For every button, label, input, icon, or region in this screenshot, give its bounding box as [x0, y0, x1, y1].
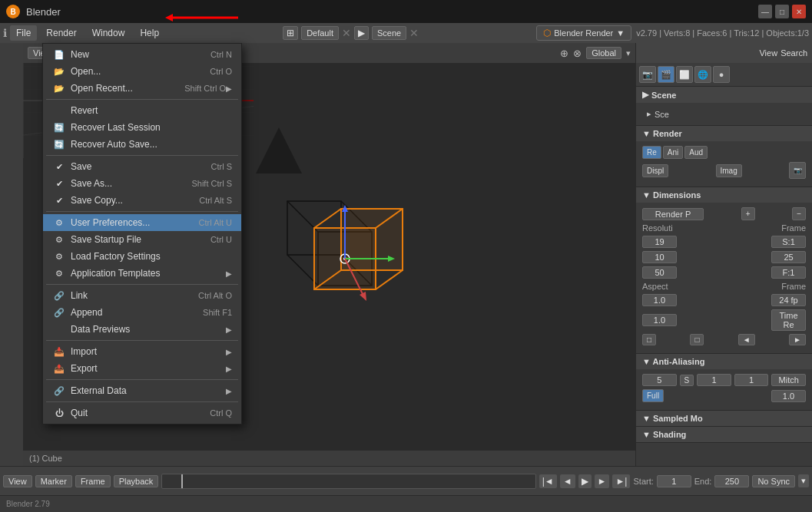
- scene-icon[interactable]: ▶: [354, 26, 369, 40]
- menu-item-new[interactable]: 📄 New Ctrl N: [43, 46, 241, 63]
- go-end-btn[interactable]: ►|: [612, 474, 630, 488]
- sampled-header[interactable]: ▼ Sampled Mo: [636, 411, 812, 426]
- resolution-row-3: 50 F:1: [642, 266, 806, 279]
- info-icon[interactable]: ℹ: [3, 27, 7, 39]
- aa-val-5[interactable]: 5: [642, 374, 677, 386]
- menu-item-open-recent[interactable]: 📂 Open Recent... Shift Ctrl O ▶: [43, 80, 241, 97]
- sync-right-btn[interactable]: ►: [789, 334, 806, 345]
- scene-section-header[interactable]: ▶ Scene: [636, 87, 812, 103]
- render-ani-btn[interactable]: Ani: [663, 146, 683, 159]
- viewport-icon-3[interactable]: ▾: [626, 48, 631, 58]
- time-re-field[interactable]: Time Re: [771, 309, 806, 331]
- close-button[interactable]: ✕: [792, 5, 806, 18]
- view-label[interactable]: View: [759, 48, 777, 58]
- timeline-scrubber[interactable]: [161, 474, 535, 489]
- timeline-playback-btn[interactable]: Playback: [114, 475, 159, 487]
- frame-step-field[interactable]: F:1: [771, 266, 806, 279]
- menu-item-export[interactable]: 📤 Export ▶: [43, 360, 241, 377]
- global-select[interactable]: Global: [586, 47, 621, 59]
- menu-item-append[interactable]: 🔗 Append Shift F1: [43, 304, 241, 321]
- window-menu-button[interactable]: Window: [86, 25, 131, 41]
- sync-dropdown-icon[interactable]: ▾: [798, 474, 809, 487]
- display-btn[interactable]: Displ: [642, 164, 668, 177]
- res-x-field[interactable]: 19: [642, 236, 677, 248]
- viewport-icon-2[interactable]: ⊗: [573, 48, 582, 59]
- menu-item-link[interactable]: 🔗 Link Ctrl Alt O: [43, 287, 241, 304]
- render-preset-field[interactable]: Render P: [642, 208, 704, 220]
- aspect-y-field[interactable]: 1.0: [642, 314, 677, 326]
- render-engine-select[interactable]: ⬡ Blender Render ▼: [536, 25, 631, 41]
- world-icon-btn[interactable]: 🌐: [694, 66, 711, 83]
- menu-item-load-factory[interactable]: ⚙ Load Factory Settings: [43, 248, 241, 265]
- material-icon-btn[interactable]: ●: [713, 66, 730, 83]
- frame-s1-field[interactable]: S:1: [771, 236, 806, 248]
- menu-item-app-templates[interactable]: ⚙ Application Templates ▶: [43, 265, 241, 282]
- menu-item-recover-last[interactable]: 🔄 Recover Last Session: [43, 119, 241, 136]
- menu-item-save-startup[interactable]: ⚙ Save Startup File Ctrl U: [43, 231, 241, 248]
- menu-item-revert[interactable]: Revert: [43, 102, 241, 119]
- frame-end-field[interactable]: 25: [771, 251, 806, 263]
- user-prefs-icon: ⚙: [52, 217, 66, 228]
- scene-section-label: Scene: [651, 91, 676, 100]
- menu-item-quit[interactable]: ⏻ Quit Ctrl Q: [43, 405, 241, 421]
- fps-field[interactable]: 24 fp: [771, 294, 806, 306]
- viewport-icon-1[interactable]: ⊕: [560, 48, 568, 59]
- menu-item-recover-auto[interactable]: 🔄 Recover Auto Save...: [43, 136, 241, 153]
- search-label[interactable]: Search: [781, 48, 807, 58]
- render-section-header[interactable]: ▼ Render: [636, 126, 812, 141]
- menu-item-save-as[interactable]: ✔ Save As... Shift Ctrl S: [43, 175, 241, 192]
- aspect-x-field[interactable]: 1.0: [642, 294, 677, 306]
- aa-mitch-field[interactable]: Mitch: [771, 374, 806, 386]
- menu-item-import[interactable]: 📥 Import ▶: [43, 343, 241, 360]
- minimize-button[interactable]: —: [758, 5, 772, 18]
- sync-toggle-1[interactable]: □: [642, 334, 656, 345]
- render-re-btn[interactable]: Re: [642, 146, 661, 159]
- next-frame-btn[interactable]: ►: [595, 474, 610, 488]
- sync-left-btn[interactable]: ◄: [738, 334, 755, 345]
- add-preset-btn[interactable]: +: [741, 207, 755, 220]
- image-btn[interactable]: Imag: [716, 164, 742, 177]
- camera-icon-btn[interactable]: 📷: [639, 66, 656, 83]
- menu-item-save[interactable]: ✔ Save Ctrl S: [43, 158, 241, 175]
- layout-grid-icon[interactable]: ⊞: [283, 26, 298, 40]
- start-frame-field[interactable]: 1: [657, 475, 691, 487]
- menu-item-open[interactable]: 📂 Open... Ctrl O: [43, 63, 241, 80]
- scene-select[interactable]: Scene: [372, 26, 406, 40]
- res-y-field[interactable]: 10: [642, 251, 677, 263]
- render-aud-btn[interactable]: Aud: [684, 146, 708, 159]
- open-label: Open...: [71, 66, 204, 77]
- separator-5: [46, 340, 238, 341]
- render-icon-btn[interactable]: 🎬: [658, 66, 674, 83]
- object-icon-btn[interactable]: ⬜: [676, 66, 693, 83]
- shading-header[interactable]: ▼ Shading: [636, 427, 812, 442]
- aa-val-1a[interactable]: 1: [697, 374, 731, 386]
- menu-item-data-previews[interactable]: Data Previews ▶: [43, 321, 241, 338]
- menu-item-user-prefs[interactable]: ⚙ User Preferences... Ctrl Alt U: [43, 214, 241, 231]
- aa-val-1b[interactable]: 1: [734, 374, 769, 386]
- prev-frame-btn[interactable]: ◄: [560, 474, 575, 488]
- timeline-marker-btn[interactable]: Marker: [35, 475, 72, 487]
- play-btn[interactable]: ▶: [578, 474, 592, 488]
- end-frame-field[interactable]: 250: [714, 475, 749, 487]
- dimensions-section-header[interactable]: ▼ Dimensions: [636, 187, 812, 203]
- timeline-view-btn[interactable]: View: [3, 475, 32, 487]
- anti-alias-header[interactable]: ▼ Anti-Aliasing: [636, 354, 812, 369]
- layout-select[interactable]: Default: [301, 26, 339, 40]
- full-val-field[interactable]: 1.0: [771, 390, 806, 402]
- menu-item-external-data[interactable]: 🔗 External Data ▶: [43, 382, 241, 399]
- maximize-button[interactable]: □: [775, 5, 789, 18]
- file-menu-button[interactable]: File: [10, 25, 37, 41]
- camera-small-icon[interactable]: 📷: [789, 162, 806, 179]
- sync-toggle-2[interactable]: □: [690, 334, 704, 345]
- go-start-btn[interactable]: |◄: [539, 474, 557, 488]
- scale-field[interactable]: 50: [642, 266, 677, 279]
- menu-item-save-copy[interactable]: ✔ Save Copy... Ctrl Alt S: [43, 192, 241, 209]
- render-menu-button[interactable]: Render: [40, 25, 82, 41]
- timeline-frame-btn[interactable]: Frame: [75, 475, 111, 487]
- scene-tree-root[interactable]: ▸ Sce: [642, 107, 806, 121]
- no-sync-btn[interactable]: No Sync: [752, 475, 795, 487]
- remove-preset-btn[interactable]: −: [792, 207, 806, 220]
- aa-s-btn[interactable]: S: [680, 375, 694, 386]
- cube-object[interactable]: [272, 186, 410, 324]
- full-btn[interactable]: Full: [642, 389, 664, 402]
